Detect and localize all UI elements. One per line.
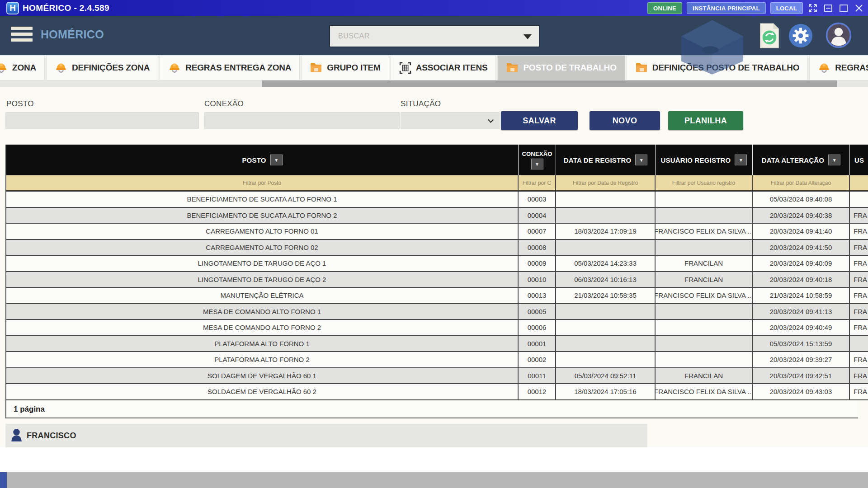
sort-icon[interactable]: ▼ (531, 159, 543, 169)
gear-icon[interactable] (788, 23, 813, 50)
tab-regras-entreg[interactable]: REGRAS ENTREG (809, 55, 868, 80)
cell (556, 352, 656, 367)
tab-grupo-item[interactable]: GRUPO ITEM (301, 55, 389, 80)
sort-icon[interactable]: ▼ (270, 155, 283, 165)
cell: 18/03/2024 17:05:16 (556, 384, 656, 399)
sort-icon[interactable]: ▼ (828, 155, 840, 165)
cell: FRA (850, 368, 868, 384)
table-row[interactable]: MESA DE COMANDO ALTO FORNO 10000520/03/2… (6, 304, 868, 320)
titlebar: H HOMÉRICO - 2.4.589 ONLINEINSTÂNCIA PRI… (0, 0, 868, 16)
table-row[interactable]: SOLDAGEM DE VERGALHÃO 60 10001105/03/202… (6, 368, 868, 385)
cell: FRA (850, 304, 868, 319)
table-row[interactable]: LINGOTAMENTO DE TARUGO DE AÇO 20001006/0… (6, 272, 868, 288)
search-input[interactable] (329, 25, 540, 47)
cell: 05/03/2024 09:52:11 (556, 368, 656, 384)
cell: 20/03/2024 09:40:18 (753, 272, 850, 287)
minimize-button[interactable] (823, 3, 834, 14)
cell: 00007 (519, 224, 556, 239)
planilha-button[interactable]: PLANILHA (668, 111, 743, 130)
cell: FRA (850, 208, 868, 223)
table-row[interactable]: MANUTENÇÃO ELÉTRICA0001321/03/2024 10:58… (6, 288, 868, 304)
helmet-icon (168, 62, 181, 74)
column-header: POSTO▼ (6, 145, 519, 175)
cell: FRA (850, 288, 868, 303)
cell: FRANCISCO FELIX DA SILVA ... (656, 288, 753, 303)
chevron-down-icon (488, 117, 494, 123)
cell: SOLDAGEM DE VERGALHÃO 60 2 (6, 384, 519, 399)
cell: 00009 (519, 256, 556, 271)
cell: FRANCISCO FELIX DA SILVA ... (656, 224, 753, 239)
cell: 20/03/2024 09:40:49 (753, 320, 850, 335)
table-row[interactable]: MESA DE COMANDO ALTO FORNO 20000620/03/2… (6, 320, 868, 336)
tab-regras-entrega-zona[interactable]: REGRAS ENTREGA ZONA (160, 55, 300, 80)
cell: FRANCILAN (656, 256, 753, 271)
expand-icon[interactable] (807, 3, 818, 14)
table-row[interactable]: CARREGAMENTO ALTO FORNO 010000718/03/202… (6, 224, 868, 240)
filter-input[interactable]: Filtrar por Posto (6, 175, 519, 190)
filter-input[interactable]: Filtrar por C (519, 175, 556, 190)
search-dropdown-icon[interactable] (524, 34, 532, 39)
close-button[interactable] (854, 3, 864, 14)
filter-input[interactable]: Filtrar por Data de Registro (556, 175, 656, 190)
tab-scrollbar[interactable] (0, 80, 868, 87)
situacao-select[interactable] (401, 112, 500, 129)
cell: MESA DE COMANDO ALTO FORNO 2 (6, 320, 519, 335)
cell (656, 192, 753, 207)
situacao-label: SITUAÇÃO (401, 99, 441, 108)
cell: LINGOTAMENTO DE TARUGO DE AÇO 2 (6, 272, 519, 287)
table-row[interactable]: CARREGAMENTO ALTO FORNO 020000820/03/202… (6, 240, 868, 256)
column-label: DATA DE REGISTRO (564, 156, 632, 164)
cell: CARREGAMENTO ALTO FORNO 01 (6, 224, 519, 239)
filter-input[interactable] (850, 175, 868, 190)
column-header: US (850, 145, 868, 175)
cell: 00001 (519, 336, 556, 352)
sort-icon[interactable]: ▼ (735, 155, 747, 165)
cell (656, 352, 753, 367)
cell (556, 240, 656, 255)
tab-zona[interactable]: ZONA (0, 55, 45, 80)
cell: PLATAFORMA ALTO FORNO 1 (6, 336, 519, 352)
conexao-field[interactable] (204, 112, 400, 129)
cell: FRANCILAN (656, 368, 753, 384)
white-band (0, 447, 868, 472)
table-row[interactable]: PLATAFORMA ALTO FORNO 10000105/03/2024 1… (6, 336, 868, 352)
cell: FRA (850, 240, 868, 255)
cell: 20/03/2024 09:41:13 (753, 304, 850, 319)
novo-button[interactable]: NOVO (590, 111, 660, 130)
tab-associar-itens[interactable]: ASSOCIAR ITENS (391, 55, 496, 80)
tab-posto-de-trabalho[interactable]: POSTO DE TRABALHO (497, 55, 625, 80)
pagination: 1 página (6, 400, 858, 418)
table-row[interactable]: PLATAFORMA ALTO FORNO 20000220/03/2024 0… (6, 352, 868, 368)
tab-defini-es-zona[interactable]: DEFINIÇÕES ZONA (46, 55, 158, 80)
tab-scrollbar-thumb[interactable] (262, 80, 837, 87)
maximize-button[interactable] (838, 3, 849, 14)
cell: 20/03/2024 09:43:03 (753, 384, 850, 399)
cell (656, 336, 753, 352)
cell (656, 240, 753, 255)
cell: 05/03/2024 15:13:59 (753, 336, 850, 352)
cell (656, 304, 753, 319)
table-row[interactable]: SOLDAGEM DE VERGALHÃO 60 20001218/03/202… (6, 384, 868, 400)
cell: 00011 (519, 368, 556, 384)
posto-field[interactable] (5, 112, 199, 129)
taskbar-strip (0, 472, 868, 488)
table-row[interactable]: BENEFICIAMENTO DE SUCATA ALTO FORNO 2000… (6, 208, 868, 224)
sync-document-icon[interactable] (759, 23, 780, 51)
column-header: USUÁRIO REGISTRO▼ (656, 145, 753, 175)
table-row[interactable]: BENEFICIAMENTO DE SUCATA ALTO FORNO 1000… (6, 192, 868, 208)
table-row[interactable]: LINGOTAMENTO DE TARUGO DE AÇO 10000905/0… (6, 256, 868, 272)
folder-icon (310, 62, 322, 74)
app-logo-icon: H (6, 2, 19, 14)
filter-input[interactable]: Filtrar por Usuário registro (656, 175, 753, 190)
salvar-button[interactable]: SALVAR (501, 111, 578, 130)
filter-row: Filtrar por PostoFiltrar por CFiltrar po… (6, 175, 868, 192)
filter-input[interactable]: Filtrar por Data Alteração (753, 175, 850, 190)
sort-icon[interactable]: ▼ (635, 155, 647, 165)
status-badge: LOCAL (770, 2, 803, 14)
menu-icon[interactable] (11, 27, 33, 44)
avatar[interactable] (826, 22, 852, 50)
taskbar-chip[interactable] (0, 472, 7, 488)
cell: MESA DE COMANDO ALTO FORNO 1 (6, 304, 519, 319)
cell: 20/03/2024 09:40:38 (753, 208, 850, 223)
cell (556, 208, 656, 223)
